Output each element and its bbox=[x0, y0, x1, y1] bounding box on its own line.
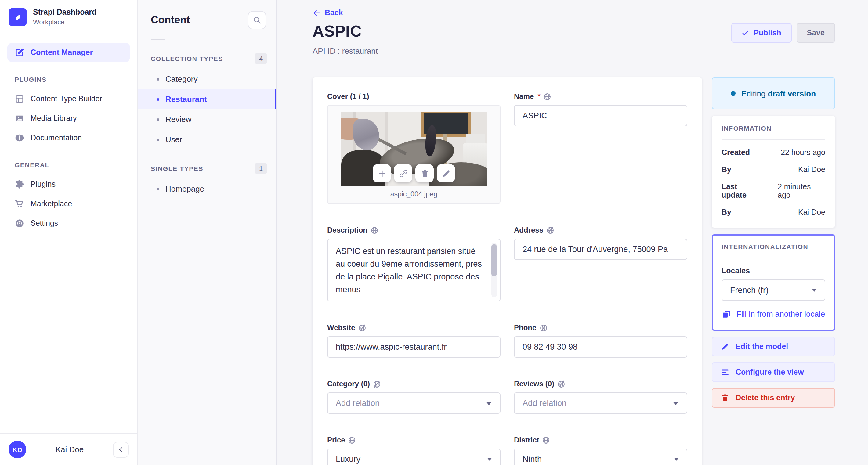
field-price: Price Luxury bbox=[327, 436, 500, 465]
price-label: Price bbox=[327, 436, 345, 444]
info-row-last-update: Last update 2 minutes ago bbox=[721, 182, 825, 199]
delete-media-button[interactable] bbox=[415, 164, 434, 182]
sidebar-item-plugins[interactable]: Plugins bbox=[7, 175, 130, 194]
delete-entry-button[interactable]: Delete this entry bbox=[712, 388, 835, 408]
globe-icon bbox=[371, 226, 378, 234]
scrollbar-thumb[interactable] bbox=[491, 244, 497, 276]
cover-media-panel: aspic_004.jpeg bbox=[327, 105, 500, 204]
field-cover: Cover (1 / 1) bbox=[327, 92, 500, 204]
sidebar-item-settings[interactable]: Settings bbox=[7, 214, 130, 233]
locale-select[interactable]: French (fr) bbox=[721, 279, 825, 301]
bullet-icon bbox=[157, 118, 159, 121]
category-placeholder: Add relation bbox=[336, 399, 486, 408]
caret-down-icon bbox=[487, 458, 492, 461]
info-value: 2 minutes ago bbox=[778, 182, 825, 199]
chevron-left-icon bbox=[117, 446, 125, 453]
phone-label: Phone bbox=[514, 323, 536, 332]
workspace-brand[interactable]: Strapi Dashboard Workplace bbox=[0, 0, 137, 34]
reviews-placeholder: Add relation bbox=[523, 399, 673, 408]
information-panel: INFORMATION Created 22 hours ago By Kai … bbox=[712, 116, 835, 228]
subnav-item-user[interactable]: User bbox=[138, 129, 276, 150]
check-icon bbox=[741, 29, 749, 37]
name-label: Name bbox=[514, 92, 534, 101]
divider bbox=[721, 257, 825, 258]
district-select[interactable]: Ninth bbox=[514, 448, 687, 465]
back-label: Back bbox=[325, 8, 343, 17]
sidebar-item-marketplace[interactable]: Marketplace bbox=[7, 194, 130, 214]
subnav-item-review[interactable]: Review bbox=[138, 109, 276, 129]
field-name: Name* bbox=[514, 92, 687, 204]
subnav-item-label: User bbox=[165, 135, 182, 144]
main-content: Back ASPIC Publish Save API ID : restaur… bbox=[277, 0, 868, 465]
locales-label: Locales bbox=[721, 267, 825, 275]
sidebar-item-content-manager[interactable]: Content Manager bbox=[7, 43, 130, 62]
user-name: Kai Doe bbox=[31, 445, 108, 454]
collapse-sidebar-button[interactable] bbox=[113, 441, 129, 457]
collection-types-count-badge: 4 bbox=[254, 53, 267, 64]
list-icon bbox=[721, 368, 730, 376]
search-icon bbox=[253, 16, 261, 24]
globe-slash-icon bbox=[557, 380, 565, 388]
phone-input[interactable] bbox=[514, 336, 687, 358]
category-relation-select[interactable]: Add relation bbox=[327, 392, 500, 414]
entry-side-panel: Editing draft version INFORMATION Create… bbox=[712, 78, 835, 408]
avatar[interactable]: KD bbox=[8, 441, 26, 458]
search-button[interactable] bbox=[248, 11, 266, 29]
group-label-single-types: SINGLE TYPES bbox=[151, 165, 203, 172]
price-value: Luxury bbox=[336, 455, 487, 464]
info-row-updated-by: By Kai Doe bbox=[721, 208, 825, 217]
field-phone: Phone bbox=[514, 323, 687, 358]
status-dot-icon bbox=[731, 91, 736, 96]
configure-view-button[interactable]: Configure the view bbox=[712, 363, 835, 382]
page-title: ASPIC bbox=[313, 22, 362, 41]
edit-media-button[interactable] bbox=[437, 164, 455, 182]
price-select[interactable]: Luxury bbox=[327, 448, 500, 465]
edit-model-button[interactable]: Edit the model bbox=[712, 337, 835, 356]
delete-entry-label: Delete this entry bbox=[736, 394, 795, 402]
divider bbox=[721, 139, 825, 140]
subnav-item-homepage[interactable]: Homepage bbox=[138, 179, 276, 199]
description-textarea[interactable]: ASPIC est un restaurant parisien situé a… bbox=[327, 239, 500, 302]
subnav-item-label: Restaurant bbox=[165, 95, 207, 104]
info-row-created: Created 22 hours ago bbox=[721, 148, 825, 157]
internationalization-panel: INTERNATIONALIZATION Locales French (fr)… bbox=[712, 234, 835, 331]
caret-down-icon bbox=[674, 458, 679, 461]
internationalization-title: INTERNATIONALIZATION bbox=[721, 243, 825, 250]
main-sidebar: Strapi Dashboard Workplace Content Manag… bbox=[0, 0, 138, 465]
group-label-collection-types: COLLECTION TYPES bbox=[151, 55, 223, 62]
subnav-title: Content bbox=[151, 14, 190, 26]
pencil-icon bbox=[441, 169, 451, 178]
workspace-subtitle: Workplace bbox=[33, 18, 96, 26]
fill-from-locale-link[interactable]: Fill in from another locale bbox=[721, 309, 825, 320]
subnav-item-restaurant[interactable]: Restaurant bbox=[138, 89, 276, 109]
trash-icon bbox=[420, 169, 429, 178]
info-row-created-by: By Kai Doe bbox=[721, 165, 825, 174]
description-label: Description bbox=[327, 226, 368, 234]
sidebar-item-media-library[interactable]: Media Library bbox=[7, 108, 130, 128]
media-library-icon bbox=[14, 114, 24, 123]
workspace-title: Strapi Dashboard bbox=[33, 8, 96, 18]
district-label: District bbox=[514, 436, 539, 444]
back-link[interactable]: Back bbox=[313, 8, 343, 17]
publish-button[interactable]: Publish bbox=[731, 23, 792, 43]
add-media-button[interactable] bbox=[373, 164, 391, 182]
name-input[interactable] bbox=[514, 105, 687, 126]
globe-icon bbox=[542, 436, 550, 444]
sidebar-section-plugins: PLUGINS bbox=[0, 76, 137, 83]
globe-icon bbox=[348, 436, 356, 444]
address-input[interactable] bbox=[514, 239, 687, 260]
sidebar-item-content-type-builder[interactable]: Content-Type Builder bbox=[7, 89, 130, 108]
content-manager-icon bbox=[14, 48, 24, 57]
website-input[interactable] bbox=[327, 336, 500, 358]
save-button[interactable]: Save bbox=[797, 23, 835, 43]
reviews-relation-select[interactable]: Add relation bbox=[514, 392, 687, 414]
field-description: Description ASPIC est un restaurant pari… bbox=[327, 226, 500, 302]
caret-down-icon bbox=[812, 289, 817, 292]
locale-value: French (fr) bbox=[730, 286, 812, 295]
single-types-count-badge: 1 bbox=[254, 163, 267, 174]
content-subnav: Content COLLECTION TYPES 4 Category Rest… bbox=[138, 0, 277, 465]
copy-link-button[interactable] bbox=[394, 164, 412, 182]
subnav-item-category[interactable]: Category bbox=[138, 69, 276, 89]
sidebar-item-documentation[interactable]: Documentation bbox=[7, 128, 130, 148]
edit-model-label: Edit the model bbox=[736, 342, 788, 351]
